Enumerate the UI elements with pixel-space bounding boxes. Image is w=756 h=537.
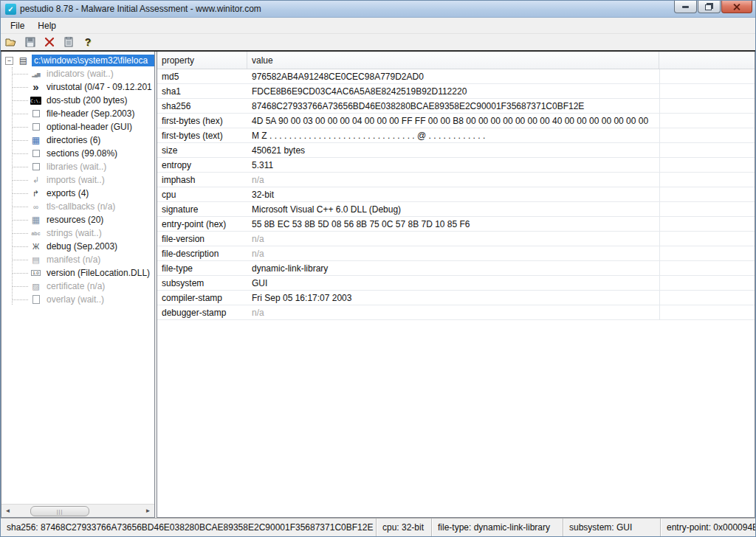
tree-item-label: libraries (wait..) bbox=[44, 161, 109, 173]
tree-connector bbox=[12, 220, 28, 221]
menu-help[interactable]: Help bbox=[31, 19, 63, 32]
tree-horizontal-scrollbar[interactable]: ◄ ||| ► bbox=[1, 504, 154, 517]
bug-icon bbox=[30, 241, 42, 252]
table-row[interactable]: md5976582AB4A91248CE0CEC98A779D2AD0 bbox=[157, 69, 755, 84]
table-row[interactable]: signatureMicrosoft Visual C++ 6.0 DLL (D… bbox=[157, 202, 755, 217]
restore-button[interactable] bbox=[698, 1, 721, 13]
tree-item[interactable]: strings (wait..) bbox=[1, 226, 154, 240]
table-row[interactable]: file-descriptionn/a bbox=[157, 246, 755, 261]
tree-item[interactable]: sections (99.08%) bbox=[1, 147, 154, 160]
tree-item[interactable]: manifest (n/a) bbox=[1, 253, 154, 266]
property-cell: entropy bbox=[157, 160, 247, 170]
value-cell: M Z . . . . . . . . . . . . . . . . . . … bbox=[247, 131, 755, 141]
tree-item[interactable]: overlay (wait..) bbox=[1, 293, 154, 306]
table-row[interactable]: size450621 bytes bbox=[157, 143, 755, 158]
report-button[interactable] bbox=[61, 35, 76, 49]
table-row[interactable]: first-bytes (hex)4D 5A 90 00 03 00 00 00… bbox=[157, 114, 755, 128]
tree-item[interactable]: file-header (Sep.2003) bbox=[1, 107, 154, 120]
table-rows: md5976582AB4A91248CE0CEC98A779D2AD0sha1F… bbox=[157, 69, 755, 320]
status-bar: sha256: 87468C27933766A73656BD46E038280B… bbox=[1, 518, 755, 536]
column-header-value[interactable]: value bbox=[247, 52, 659, 69]
collapse-expander-icon[interactable]: − bbox=[5, 57, 13, 65]
delete-button[interactable] bbox=[42, 35, 57, 49]
checkbox-icon bbox=[30, 162, 42, 172]
table-row[interactable]: subsystemGUI bbox=[157, 276, 755, 291]
table-row[interactable]: compiler-stampFri Sep 05 16:17:07 2003 bbox=[157, 291, 755, 305]
scrollbar-track[interactable]: ||| bbox=[14, 505, 142, 517]
grid-color-icon bbox=[30, 135, 42, 145]
tree-children: indicators (wait..)virustotal (0/47 - 09… bbox=[1, 67, 154, 306]
property-table-panel: property value md5976582AB4A91248CE0CEC9… bbox=[157, 52, 755, 518]
tree-item[interactable]: optional-header (GUI) bbox=[1, 120, 154, 134]
scroll-left-icon[interactable]: ◄ bbox=[1, 505, 14, 517]
tree-connector bbox=[12, 273, 28, 274]
scrollbar-thumb[interactable]: ||| bbox=[30, 506, 89, 516]
value-cell: 4D 5A 90 00 03 00 00 00 04 00 00 00 FF F… bbox=[247, 116, 755, 126]
tree-item[interactable]: version (FileLocation.DLL) bbox=[1, 266, 154, 280]
property-cell: compiler-stamp bbox=[157, 293, 247, 303]
checkbox-icon bbox=[30, 122, 42, 132]
scroll-right-icon[interactable]: ► bbox=[142, 505, 154, 517]
help-button[interactable]: ? bbox=[80, 35, 95, 49]
tree-connector bbox=[12, 100, 28, 101]
tree-item[interactable]: imports (wait..) bbox=[1, 173, 154, 187]
minimize-button[interactable] bbox=[674, 1, 697, 13]
table-row[interactable]: imphashn/a bbox=[157, 173, 755, 187]
property-cell: size bbox=[157, 145, 247, 156]
value-cell: FDCE8B6E9CD03C4AC6A5A8E8242519B92D112220 bbox=[247, 86, 755, 97]
tree-item[interactable]: libraries (wait..) bbox=[1, 160, 154, 173]
status-segment: file-type: dynamic-link-library bbox=[431, 519, 563, 536]
table-row[interactable]: debugger-stampn/a bbox=[157, 305, 755, 320]
table-row[interactable]: sha25687468C27933766A73656BD46E038280BCA… bbox=[157, 99, 755, 114]
tree-item-label: version (FileLocation.DLL) bbox=[44, 267, 152, 279]
tree-item[interactable]: indicators (wait..) bbox=[1, 67, 154, 80]
value-cell: n/a bbox=[247, 234, 755, 244]
table-row[interactable]: entropy5.311 bbox=[157, 158, 755, 173]
tree-item[interactable]: resources (20) bbox=[1, 213, 154, 226]
blank-page-icon bbox=[30, 294, 42, 305]
table-row[interactable]: entry-point (hex)55 8B EC 53 8B 5D 08 56… bbox=[157, 217, 755, 232]
tree-item[interactable]: debug (Sep.2003) bbox=[1, 240, 154, 253]
tree-item[interactable]: tls-callbacks (n/a) bbox=[1, 200, 154, 213]
save-button[interactable] bbox=[23, 35, 38, 49]
tree-connector bbox=[12, 180, 28, 181]
column-header-property[interactable]: property bbox=[157, 52, 247, 69]
chain-icon bbox=[30, 201, 42, 212]
tree-item-label: debug (Sep.2003) bbox=[44, 240, 120, 252]
checkbox-icon bbox=[30, 108, 42, 119]
table-row[interactable]: sha1FDCE8B6E9CD03C4AC6A5A8E8242519B92D11… bbox=[157, 84, 755, 99]
property-cell: imphash bbox=[157, 175, 247, 185]
tree-item[interactable]: exports (4) bbox=[1, 187, 154, 200]
property-cell: file-description bbox=[157, 249, 247, 259]
table-row[interactable]: cpu32-bit bbox=[157, 187, 755, 202]
table-row[interactable]: file-typedynamic-link-library bbox=[157, 261, 755, 276]
tree-connector bbox=[12, 207, 28, 207]
menu-file[interactable]: File bbox=[4, 19, 31, 32]
table-row[interactable]: first-bytes (text)M Z . . . . . . . . . … bbox=[157, 128, 755, 143]
tree-connector bbox=[12, 167, 28, 167]
bar-chart-icon bbox=[30, 69, 42, 79]
tree-connector bbox=[12, 153, 28, 154]
close-button[interactable] bbox=[721, 1, 752, 13]
column-header-empty[interactable] bbox=[659, 52, 755, 69]
tree-item[interactable]: directories (6) bbox=[1, 134, 154, 147]
double-arrow-icon bbox=[30, 82, 42, 92]
tree-item-label: sections (99.08%) bbox=[44, 148, 120, 159]
value-cell: Microsoft Visual C++ 6.0 DLL (Debug) bbox=[247, 204, 755, 215]
tree-connector bbox=[12, 140, 28, 141]
scroll-icon bbox=[30, 254, 42, 265]
tree-item-label: indicators (wait..) bbox=[44, 68, 116, 80]
window-title: pestudio 8.78 - Malware Initial Assessme… bbox=[20, 4, 673, 14]
page-arrow-icon bbox=[30, 188, 42, 198]
tree-item[interactable]: virustotal (0/47 - 09.12.201 bbox=[1, 80, 154, 94]
tree-root-item[interactable]: − c:\windows\system32\fileloca bbox=[1, 54, 154, 67]
open-file-button[interactable] bbox=[4, 35, 18, 49]
tree-item[interactable]: certificate (n/a) bbox=[1, 280, 154, 293]
table-row[interactable]: file-versionn/a bbox=[157, 232, 755, 246]
tree-connector bbox=[12, 286, 28, 287]
tree-item-label: strings (wait..) bbox=[44, 227, 104, 239]
status-segment: sha256: 87468C27933766A73656BD46E038280B… bbox=[1, 519, 376, 536]
tree-item-label: imports (wait..) bbox=[44, 174, 107, 186]
value-cell: GUI bbox=[247, 278, 755, 288]
tree-item[interactable]: dos-stub (200 bytes) bbox=[1, 94, 154, 107]
